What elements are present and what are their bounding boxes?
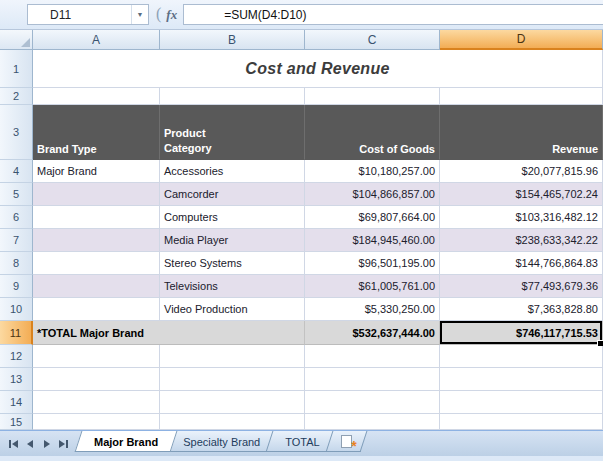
cell-D12[interactable] <box>440 345 603 368</box>
cell-C14[interactable] <box>305 391 440 414</box>
row-header-1[interactable]: 1 <box>0 50 33 88</box>
sheet-tab-specialty-brand[interactable]: Specialty Brand <box>167 431 276 452</box>
column-header-d[interactable]: D <box>440 30 603 50</box>
insert-function-button[interactable]: fx <box>164 7 183 23</box>
sheet-tab-bar: Major Brand Specialty Brand TOTAL * <box>0 430 603 456</box>
cell-A4[interactable]: Major Brand <box>33 160 160 183</box>
column-header-c[interactable]: C <box>305 30 440 50</box>
cell-D13[interactable] <box>440 368 603 391</box>
cell-D5[interactable]: $154,465,702.24 <box>440 183 603 206</box>
row-5: 5 Camcorder $104,866,857.00 $154,465,702… <box>0 183 603 206</box>
row-8: 8 Stereo Systems $96,501,195.00 $144,766… <box>0 252 603 275</box>
cell-B8[interactable]: Stereo Systems <box>160 252 305 275</box>
formula-input[interactable]: =SUM(D4:D10) <box>183 4 603 25</box>
row-header-14[interactable]: 14 <box>0 391 33 414</box>
row-header-10[interactable]: 10 <box>0 298 33 321</box>
next-sheet-button[interactable] <box>38 435 55 453</box>
cell-C15[interactable] <box>305 414 440 430</box>
cell-C10[interactable]: $5,330,250.00 <box>305 298 440 321</box>
row-header-3[interactable]: 3 <box>0 105 33 160</box>
row-header-15[interactable]: 15 <box>0 414 33 430</box>
column-header-a[interactable]: A <box>33 30 160 50</box>
insert-worksheet-button[interactable]: * <box>329 431 364 452</box>
cell-C5[interactable]: $104,866,857.00 <box>305 183 440 206</box>
cell-B2[interactable] <box>160 88 305 105</box>
select-all-corner[interactable] <box>0 30 33 50</box>
cell-A8[interactable] <box>33 252 160 275</box>
cell-A9[interactable] <box>33 275 160 298</box>
row-header-12[interactable]: 12 <box>0 345 33 368</box>
cell-B13[interactable] <box>160 368 305 391</box>
excel-window: D11 ▼ ( fx =SUM(D4:D10) A B C D 1 Cost a… <box>0 0 603 461</box>
last-sheet-button[interactable] <box>55 435 72 453</box>
column-header-b[interactable]: B <box>160 30 305 50</box>
first-sheet-button[interactable] <box>4 435 21 453</box>
cell-D10[interactable]: $7,363,828.80 <box>440 298 603 321</box>
cell-D8[interactable]: $144,766,864.83 <box>440 252 603 275</box>
sheet-tab-major-brand[interactable]: Major Brand <box>78 431 174 452</box>
cell-C8[interactable]: $96,501,195.00 <box>305 252 440 275</box>
row-1: 1 Cost and Revenue <box>0 50 603 88</box>
cell-C11[interactable]: $532,637,444.00 <box>305 321 440 345</box>
cell-B9[interactable]: Televisions <box>160 275 305 298</box>
cell-A13[interactable] <box>33 368 160 391</box>
insert-star-icon: * <box>351 438 356 454</box>
row-header-5[interactable]: 5 <box>0 183 33 206</box>
cell-title[interactable]: Cost and Revenue <box>33 50 603 88</box>
cell-C3[interactable]: Cost of Goods <box>305 105 440 160</box>
cell-A15[interactable] <box>33 414 160 430</box>
row-header-8[interactable]: 8 <box>0 252 33 275</box>
cell-C2[interactable] <box>305 88 440 105</box>
cell-B3[interactable]: Product Category <box>160 105 305 160</box>
cell-C6[interactable]: $69,807,664.00 <box>305 206 440 229</box>
row-13: 13 <box>0 368 603 391</box>
row-2: 2 <box>0 88 603 105</box>
cell-B14[interactable] <box>160 391 305 414</box>
row-header-9[interactable]: 9 <box>0 275 33 298</box>
cell-D9[interactable]: $77,493,679.36 <box>440 275 603 298</box>
cell-A5[interactable] <box>33 183 160 206</box>
cell-D6[interactable]: $103,316,482.12 <box>440 206 603 229</box>
cell-B3-label: Product Category <box>164 126 228 155</box>
cell-B10[interactable]: Video Production <box>160 298 305 321</box>
cell-A7[interactable] <box>33 229 160 252</box>
name-box[interactable]: D11 ▼ <box>27 4 149 25</box>
corner-triangle-icon <box>21 38 30 47</box>
cell-D4[interactable]: $20,077,815.96 <box>440 160 603 183</box>
cell-B7[interactable]: Media Player <box>160 229 305 252</box>
prev-sheet-button[interactable] <box>21 435 38 453</box>
cell-A11-total-label[interactable]: *TOTAL Major Brand <box>33 321 305 345</box>
cell-B15[interactable] <box>160 414 305 430</box>
row-header-4[interactable]: 4 <box>0 160 33 183</box>
cell-A3[interactable]: Brand Type <box>33 105 160 160</box>
row-header-11[interactable]: 11 <box>0 321 33 345</box>
cell-D7[interactable]: $238,633,342.22 <box>440 229 603 252</box>
cell-B6[interactable]: Computers <box>160 206 305 229</box>
cell-B12[interactable] <box>160 345 305 368</box>
cell-A6[interactable] <box>33 206 160 229</box>
cell-D3[interactable]: Revenue <box>440 105 603 160</box>
cell-C12[interactable] <box>305 345 440 368</box>
row-11: 11 *TOTAL Major Brand $532,637,444.00 $7… <box>0 321 603 345</box>
cell-C4[interactable]: $10,180,257.00 <box>305 160 440 183</box>
cell-A2[interactable] <box>33 88 160 105</box>
cell-C7[interactable]: $184,945,460.00 <box>305 229 440 252</box>
row-4: 4 Major Brand Accessories $10,180,257.00… <box>0 160 603 183</box>
row-header-6[interactable]: 6 <box>0 206 33 229</box>
name-box-dropdown-icon[interactable]: ▼ <box>131 5 148 24</box>
cell-D14[interactable] <box>440 391 603 414</box>
cell-A14[interactable] <box>33 391 160 414</box>
row-header-7[interactable]: 7 <box>0 229 33 252</box>
row-header-13[interactable]: 13 <box>0 368 33 391</box>
sheet-tab-label: TOTAL <box>285 436 319 448</box>
row-header-2[interactable]: 2 <box>0 88 33 105</box>
cell-A10[interactable] <box>33 298 160 321</box>
cell-B5[interactable]: Camcorder <box>160 183 305 206</box>
cell-A12[interactable] <box>33 345 160 368</box>
cell-D15[interactable] <box>440 414 603 430</box>
cell-C13[interactable] <box>305 368 440 391</box>
cell-D2[interactable] <box>440 88 603 105</box>
cell-B4[interactable]: Accessories <box>160 160 305 183</box>
cell-C9[interactable]: $61,005,761.00 <box>305 275 440 298</box>
cell-D11-active[interactable]: $746,117,715.53 <box>440 321 603 345</box>
